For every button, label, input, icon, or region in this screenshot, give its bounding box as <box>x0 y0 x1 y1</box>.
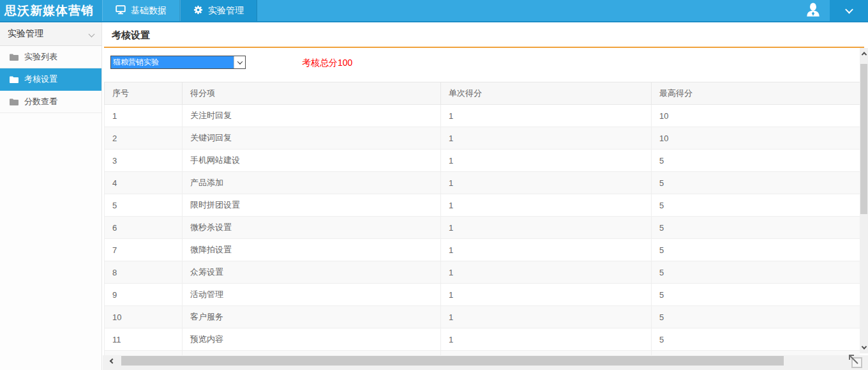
scroll-left-button[interactable] <box>107 355 117 366</box>
table-cell: 1 <box>441 150 652 172</box>
table-cell: 活动管理 <box>183 284 441 306</box>
table-cell: 众筹设置 <box>183 261 441 284</box>
table-cell: 1 <box>441 328 652 351</box>
table-row: 5限时拼团设置15 <box>105 194 860 217</box>
sidebar-group-experiment-management[interactable]: 实验管理 <box>0 22 101 46</box>
sidebar-item-label: 分数查看 <box>24 96 57 107</box>
table-cell: 5 <box>652 284 860 306</box>
sidebar-item-1[interactable]: 考核设置 <box>0 68 101 91</box>
table-cell: 5 <box>652 194 860 217</box>
main-content: 考核设置 猫粮营销实验 考核总分100 序号得分项单次得分最高得分 1关注时回复… <box>103 22 868 370</box>
table-cell: 客户服务 <box>183 306 441 328</box>
table-cell: 关注时回复 <box>183 105 441 127</box>
experiment-select-value: 猫粮营销实验 <box>111 56 234 68</box>
table-cell: 5 <box>652 217 860 239</box>
scrollable-panel: 猫粮营销实验 考核总分100 序号得分项单次得分最高得分 1关注时回复1102关… <box>103 48 860 355</box>
experiment-select[interactable]: 猫粮营销实验 <box>110 56 246 69</box>
chevron-left-icon <box>109 358 114 363</box>
table-cell: 5 <box>105 194 183 217</box>
table-cell: 微秒杀设置 <box>183 217 441 239</box>
folder-icon <box>10 76 19 83</box>
table-cell: 10 <box>105 306 183 328</box>
table-cell: 手机网站建设 <box>183 150 441 172</box>
top-navigation-bar: 思沃新媒体营销 基础数据 实验管理 <box>0 0 868 22</box>
table-cell: 5 <box>652 261 860 284</box>
column-header: 单次得分 <box>441 82 652 105</box>
folder-icon <box>10 54 19 61</box>
chevron-down-icon <box>237 59 242 64</box>
table-cell: 5 <box>652 239 860 261</box>
sidebar-item-label: 实验列表 <box>24 51 57 63</box>
column-header: 序号 <box>105 82 183 105</box>
page-title: 考核设置 <box>112 29 150 42</box>
table-cell: 1 <box>441 194 652 217</box>
table-cell: 6 <box>105 217 183 239</box>
table-cell: 8 <box>105 261 183 284</box>
sidebar-item-2[interactable]: 分数查看 <box>0 91 101 113</box>
app-logo: 思沃新媒体营销 <box>0 0 102 21</box>
topbar-spacer <box>257 0 797 21</box>
table-cell: 1 <box>105 105 183 127</box>
tab-experiment-management[interactable]: 实验管理 <box>180 0 257 21</box>
table-cell <box>441 351 652 356</box>
table-cell: 预览内容 <box>183 328 441 351</box>
tab-label: 实验管理 <box>208 5 244 17</box>
select-dropdown-button[interactable] <box>234 56 245 68</box>
table-cell <box>105 351 183 356</box>
table-cell: 5 <box>652 172 860 194</box>
folder-icon <box>10 98 19 105</box>
table-cell: 9 <box>105 284 183 306</box>
table-row: 3手机网站建设15 <box>105 150 860 172</box>
user-icon <box>805 1 821 20</box>
sidebar-menu: 实验列表考核设置分数查看 <box>0 46 101 113</box>
sidebar-group-label: 实验管理 <box>8 28 43 40</box>
table-cell: 关键词回复 <box>183 127 441 150</box>
table-cell: 10 <box>652 127 860 150</box>
table-header-row: 序号得分项单次得分最高得分 <box>105 82 860 105</box>
vertical-scrollbar[interactable] <box>860 48 868 353</box>
table-cell: 2 <box>105 127 183 150</box>
vertical-scrollbar-thumb[interactable] <box>860 64 867 214</box>
sidebar-item-label: 考核设置 <box>24 73 57 85</box>
chevron-down-icon <box>861 344 866 349</box>
table-cell: 5 <box>652 150 860 172</box>
table-cell: 7 <box>105 239 183 261</box>
table-cell: 产品添加 <box>183 172 441 194</box>
chevron-up-icon <box>861 52 866 57</box>
table-cell: 11 <box>105 328 183 351</box>
horizontal-scrollbar[interactable] <box>103 355 860 366</box>
score-settings-table: 序号得分项单次得分最高得分 1关注时回复1102关键词回复1103手机网站建设1… <box>104 82 860 355</box>
chevron-down-icon <box>89 31 95 37</box>
user-menu-button[interactable] <box>797 0 830 21</box>
table-cell: 限时拼团设置 <box>183 194 441 217</box>
tab-label: 基础数据 <box>131 5 167 17</box>
table-cell: 1 <box>441 172 652 194</box>
table-row: 7微降拍设置15 <box>105 239 860 261</box>
table-row: 6微秒杀设置15 <box>105 217 860 239</box>
table-cell: 1 <box>441 127 652 150</box>
table-row: 10客户服务15 <box>105 306 860 328</box>
table-body: 1关注时回复1102关键词回复1103手机网站建设154产品添加155限时拼团设… <box>105 105 860 356</box>
sidebar: 实验管理 实验列表考核设置分数查看 <box>0 22 102 370</box>
table-row: 1关注时回复110 <box>105 105 860 127</box>
sidebar-item-0[interactable]: 实验列表 <box>0 46 101 68</box>
horizontal-scrollbar-thumb[interactable] <box>121 356 784 366</box>
table-cell: 5 <box>652 306 860 328</box>
chevron-down-icon <box>845 6 853 14</box>
table-row: 9活动管理15 <box>105 284 860 306</box>
corner-resize-icon[interactable] <box>847 353 864 369</box>
account-dropdown-button[interactable] <box>830 0 868 21</box>
table-row-partial <box>105 351 860 356</box>
scroll-up-button[interactable] <box>860 49 868 58</box>
table-cell: 10 <box>652 105 860 127</box>
table-row: 2关键词回复110 <box>105 127 860 150</box>
table-cell <box>652 351 860 356</box>
gear-icon <box>193 5 203 17</box>
tab-basic-data[interactable]: 基础数据 <box>102 0 180 21</box>
table-cell: 1 <box>441 239 652 261</box>
table-cell: 1 <box>441 284 652 306</box>
table-cell: 3 <box>105 150 183 172</box>
table-cell: 4 <box>105 172 183 194</box>
scroll-down-button[interactable] <box>860 343 868 352</box>
table-row: 4产品添加15 <box>105 172 860 194</box>
